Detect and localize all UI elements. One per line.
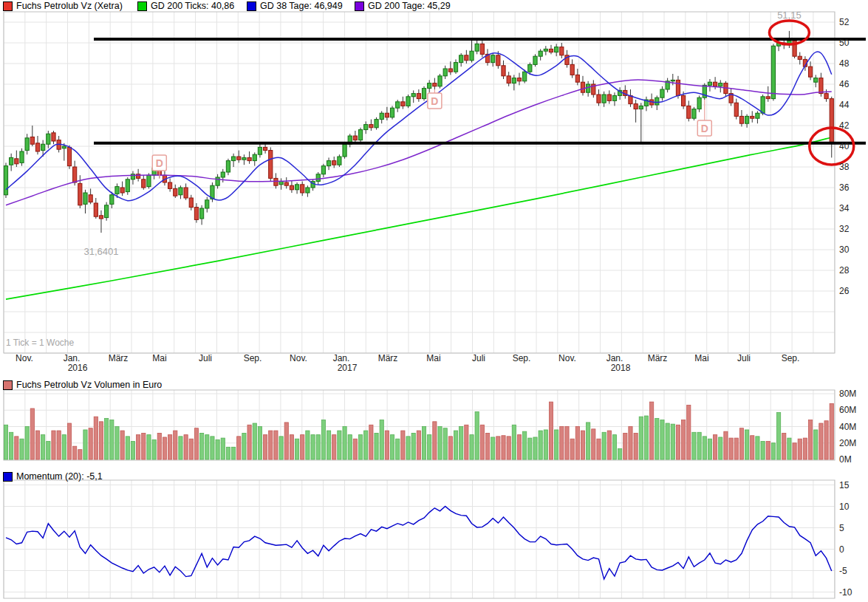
volume-bar	[581, 431, 584, 459]
volume-bar	[211, 437, 214, 459]
candlestick	[824, 94, 828, 99]
volume-bar	[830, 403, 833, 459]
candlestick	[120, 188, 124, 193]
volume-bar	[719, 437, 722, 459]
volume-bar	[105, 418, 109, 459]
volume-bar	[644, 416, 648, 459]
candlestick	[411, 94, 415, 97]
price-axis-tick-label: 38	[839, 162, 850, 172]
candlestick	[253, 154, 256, 160]
candlestick	[194, 208, 198, 220]
candlestick	[279, 182, 283, 185]
volume-bar	[739, 428, 743, 459]
candlestick	[459, 55, 463, 63]
candlestick	[30, 137, 34, 144]
volume-bar	[549, 402, 553, 459]
volume-bar	[502, 436, 505, 459]
volume-bar	[634, 433, 638, 459]
volume-bar	[120, 431, 124, 459]
candlestick	[443, 69, 447, 76]
candlestick	[226, 161, 230, 172]
volume-bar	[163, 437, 166, 459]
volume-bar	[433, 422, 437, 459]
year-axis-label: 2016	[68, 363, 88, 373]
volume-bar	[157, 433, 161, 459]
candlestick	[597, 95, 601, 103]
volume-bar	[782, 433, 786, 459]
candlestick	[814, 78, 818, 83]
high-price-label: 51,15	[777, 10, 802, 21]
volume-bar	[279, 437, 283, 459]
volume-bar	[448, 437, 452, 459]
candlestick	[295, 185, 298, 190]
candlestick	[327, 161, 330, 166]
volume-bar	[10, 432, 13, 459]
candlestick	[332, 161, 336, 165]
candlestick	[115, 187, 119, 194]
candlestick	[274, 178, 278, 185]
candlestick	[639, 106, 643, 109]
gd200tage-label: GD 200 Tage: 45,29	[368, 1, 451, 11]
volume-bar	[396, 439, 400, 459]
volume-bar	[660, 420, 664, 459]
candlestick	[10, 157, 13, 165]
candlestick	[338, 157, 341, 165]
volume-bar	[194, 428, 198, 459]
volume-bar	[67, 423, 71, 459]
price-axis-tick-label: 28	[839, 265, 850, 276]
volume-bar	[110, 420, 114, 459]
volume-bar	[776, 413, 780, 459]
candlestick	[231, 157, 235, 161]
volume-bar	[338, 431, 341, 459]
dividend-marker-letter: D	[701, 123, 708, 134]
candlestick	[110, 195, 114, 205]
candlestick	[200, 208, 204, 219]
candlestick	[73, 167, 77, 182]
candlestick	[692, 109, 696, 119]
volume-bar	[787, 438, 791, 459]
volume-bar	[4, 425, 7, 459]
month-axis-label: Mai	[152, 353, 166, 363]
volume-bar	[41, 435, 45, 459]
candlestick	[433, 83, 437, 86]
volume-bar	[539, 431, 542, 459]
volume-bar	[459, 427, 463, 460]
candlestick	[62, 146, 66, 148]
month-axis-label: Sep.	[782, 353, 800, 363]
price-axis-tick-label: 36	[839, 182, 850, 193]
year-axis-label: 2017	[338, 363, 358, 373]
candlestick	[448, 69, 452, 72]
candlestick	[67, 147, 71, 165]
candlestick	[237, 157, 241, 160]
candlestick	[570, 64, 574, 75]
volume-bar	[438, 427, 442, 460]
volume-bar	[496, 437, 500, 459]
candlestick	[15, 159, 18, 164]
price-axis-tick-label: 48	[839, 58, 850, 69]
volume-bar	[73, 446, 77, 459]
legend-item-momentum: Momentum (20): -5,1	[3, 471, 103, 482]
volume-bar	[475, 411, 479, 459]
candlestick	[89, 195, 92, 202]
month-axis-label: Jan.	[64, 353, 81, 363]
volume-bar	[771, 443, 775, 459]
month-axis-label: März	[109, 353, 129, 363]
volume-bar	[480, 425, 484, 459]
candlestick	[290, 185, 293, 190]
volume-bar	[724, 431, 728, 459]
volume-bar	[375, 433, 378, 459]
candlestick	[174, 188, 177, 196]
candlestick	[734, 103, 738, 116]
volume-bar	[465, 425, 468, 459]
candlestick	[126, 179, 129, 192]
volume-bar	[533, 437, 537, 459]
candlestick	[587, 84, 590, 92]
candlestick	[25, 138, 29, 151]
volume-bar	[168, 435, 172, 459]
volume-axis-tick-label: 80M	[839, 389, 856, 399]
month-axis-label: Juli	[199, 353, 212, 363]
candlestick	[539, 51, 542, 56]
volume-bar	[295, 439, 298, 459]
candlestick	[682, 95, 686, 106]
volume-bar	[364, 431, 368, 459]
